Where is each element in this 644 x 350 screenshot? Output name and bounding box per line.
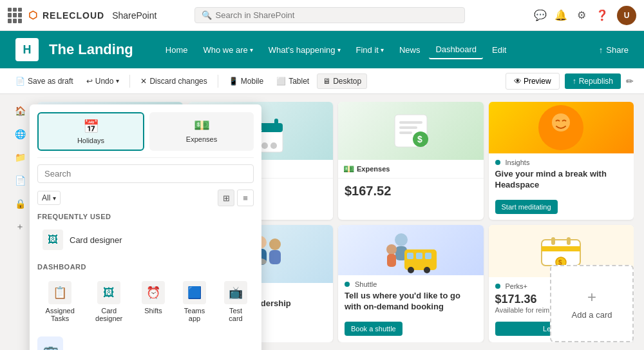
- avatar[interactable]: U: [617, 6, 636, 25]
- insights-title: Give your mind a break with Headspace: [495, 169, 628, 191]
- dropdown-calendar-item[interactable]: 📅 Holidays: [37, 112, 144, 151]
- republish-button[interactable]: ↑ Republish: [565, 73, 621, 89]
- insights-badge: Insights: [495, 159, 628, 166]
- headspace-illustration: [489, 102, 634, 153]
- add-card-plus-icon: +: [587, 288, 596, 306]
- waffle-menu-icon[interactable]: [8, 8, 23, 23]
- sidebar-add-icon[interactable]: ＋: [14, 220, 26, 233]
- shuttle-card: Shuttle Tell us where you'd like to go w…: [338, 225, 484, 343]
- chat-icon[interactable]: 💬: [535, 10, 546, 21]
- nav-whats-happening[interactable]: What's happening ▾: [262, 41, 347, 59]
- nav-dashboard[interactable]: Dashboard: [429, 41, 483, 59]
- test-card-item[interactable]: 📺 Test card: [218, 276, 254, 327]
- assigned-tasks-label: Assigned Tasks: [44, 307, 76, 322]
- sidebar-home-icon[interactable]: 🏠: [14, 104, 26, 117]
- svg-rect-34: [269, 250, 281, 264]
- shuttle-body: Shuttle Tell us where you'd like to go w…: [338, 275, 484, 318]
- site-title: The Landing: [49, 41, 133, 58]
- nav-edit[interactable]: Edit: [486, 41, 513, 59]
- sidebar-pages-icon[interactable]: 📄: [14, 174, 26, 187]
- share-button[interactable]: ↑ Share: [599, 45, 629, 55]
- expenses-amount: $167.52: [345, 184, 477, 199]
- dropdown-top-icons: 📅 Holidays 💵 Expenses: [37, 112, 254, 158]
- notifications-icon[interactable]: 🔔: [555, 10, 567, 21]
- search-input[interactable]: [216, 10, 458, 20]
- dropdown-view-icons: ⊞ ≡: [218, 190, 254, 206]
- expenses-icon: 💵: [194, 117, 210, 133]
- expenses-label: Expenses: [357, 165, 390, 173]
- expenses-label: Expenses: [186, 135, 217, 143]
- card-designer-grid-icon: 🖼: [97, 281, 120, 304]
- test-card-icon: 📺: [224, 281, 247, 304]
- dashboard-section: Dashboard 📋 Assigned Tasks 🖼 Card design…: [37, 263, 254, 327]
- add-card-button[interactable]: + Add a card: [550, 265, 634, 342]
- svg-point-15: [270, 142, 277, 149]
- shuttle-svg: [379, 225, 443, 276]
- shuttle-illustration: [338, 225, 484, 276]
- svg-rect-38: [404, 249, 437, 270]
- card-designer-frequent-item[interactable]: 🖼 Card designer: [37, 226, 254, 254]
- shuttle-dot: [345, 282, 350, 287]
- preview-button[interactable]: 👁 Preview: [506, 73, 560, 90]
- undo-button[interactable]: ↩ Undo ▾: [81, 74, 125, 88]
- add-card-label: Add a card: [572, 310, 612, 320]
- expenses-svg: $: [385, 108, 437, 153]
- dropdown-filter-select[interactable]: All ▾: [37, 191, 61, 205]
- desktop-view-button[interactable]: 🖥 Desktop: [317, 73, 367, 89]
- toolbar: 📄 Save as draft ↩ Undo ▾ ✕ Discard chang…: [0, 68, 644, 94]
- save-draft-button[interactable]: 📄 Save as draft: [10, 74, 79, 88]
- toolbar-right: 👁 Preview ↑ Republish ✏: [506, 73, 634, 90]
- search-icon: 🔍: [202, 10, 212, 20]
- frequently-used-title: Frequently used: [37, 213, 254, 220]
- insights-body: Insights Give your mind a break with Hea…: [489, 153, 634, 196]
- teams-app-icon: 🟦: [183, 281, 206, 304]
- expenses-illustration: $: [338, 102, 484, 160]
- edit-pencil-icon[interactable]: ✏: [626, 76, 634, 86]
- list-view-icon[interactable]: ≡: [237, 190, 254, 206]
- mobile-view-button[interactable]: 📱 Mobile: [223, 74, 269, 88]
- svg-rect-17: [399, 121, 422, 124]
- main-content: 🏠 🌐 📁 📄 🔒 ＋: [0, 94, 644, 350]
- sidebar-files-icon[interactable]: 📁: [14, 151, 26, 164]
- calendar-icon: 📅: [83, 119, 99, 134]
- card-designer-icon: 🖼: [43, 229, 63, 250]
- start-meditating-button[interactable]: Start meditating: [495, 200, 558, 214]
- dropdown-shuttle-preview: 🚌: [37, 336, 254, 350]
- calendar-label: Holidays: [77, 137, 104, 144]
- nav-who-we-are[interactable]: Who we are ▾: [196, 41, 259, 59]
- book-shuttle-button[interactable]: Book a shuttle: [345, 322, 402, 336]
- expenses-icon: 💵: [343, 164, 354, 174]
- nav-find-it[interactable]: Find it ▾: [350, 41, 390, 59]
- shuttle-title: Tell us where you'd like to go with on-d…: [345, 291, 477, 313]
- shifts-item[interactable]: ⏰ Shifts: [135, 276, 171, 327]
- grid-view-icon[interactable]: ⊞: [218, 190, 234, 206]
- search-bar[interactable]: 🔍: [194, 7, 465, 23]
- dropdown-search-input[interactable]: [37, 164, 254, 183]
- svg-point-42: [408, 267, 414, 273]
- dashboard-grid: 📋 Assigned Tasks 🖼 Card designer ⏰ Shift…: [37, 276, 254, 327]
- svg-rect-51: [567, 237, 571, 245]
- help-icon[interactable]: ❓: [596, 10, 608, 21]
- site-nav: Home Who we are ▾ What's happening ▾ Fin…: [159, 41, 589, 59]
- tablet-view-button[interactable]: ⬜ Tablet: [271, 74, 314, 88]
- nav-news[interactable]: News: [393, 41, 427, 59]
- teams-app-item[interactable]: 🟦 Teams app: [176, 276, 213, 327]
- svg-rect-18: [399, 126, 417, 129]
- svg-rect-40: [416, 253, 422, 259]
- nav-home[interactable]: Home: [159, 41, 194, 59]
- expenses-card: $ 💵 Expenses $167.52: [338, 102, 484, 220]
- card-designer-item[interactable]: 🖼 Card designer: [88, 276, 130, 327]
- shifts-icon: ⏰: [142, 281, 165, 304]
- discard-changes-button[interactable]: ✕ Discard changes: [135, 74, 212, 88]
- top-nav-left: ⬡ RELECLOUD SharePoint: [8, 8, 156, 23]
- svg-point-33: [269, 238, 281, 250]
- dropdown-expenses-item[interactable]: 💵 Expenses: [149, 112, 254, 151]
- assigned-tasks-item[interactable]: 📋 Assigned Tasks: [37, 276, 82, 327]
- shuttle-preview-icon: 🚌: [37, 336, 63, 350]
- svg-point-36: [395, 233, 408, 246]
- sidebar-permissions-icon[interactable]: 🔒: [14, 197, 26, 210]
- test-card-label: Test card: [224, 307, 247, 322]
- sidebar-globe-icon[interactable]: 🌐: [14, 128, 26, 141]
- toolbar-separator-2: [218, 75, 218, 88]
- settings-icon[interactable]: ⚙: [576, 10, 587, 21]
